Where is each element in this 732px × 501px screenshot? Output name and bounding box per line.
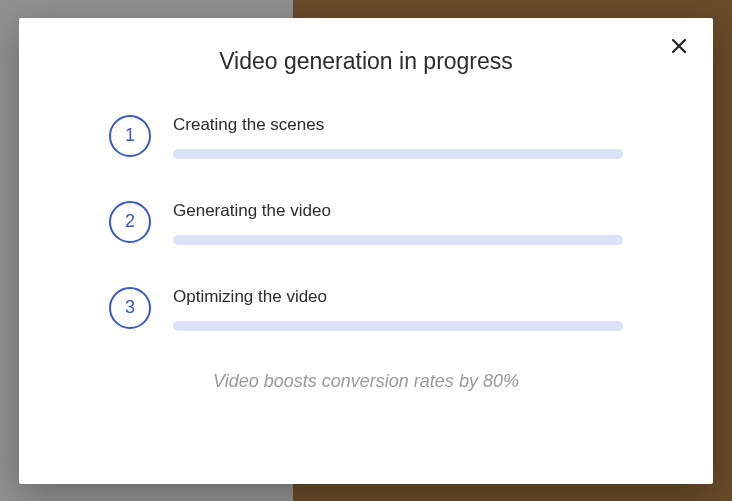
progress-bar — [173, 235, 623, 245]
footer-note: Video boosts conversion rates by 80% — [19, 371, 713, 392]
step-number-badge: 1 — [109, 115, 151, 157]
modal-title: Video generation in progress — [19, 18, 713, 75]
step-number-badge: 2 — [109, 201, 151, 243]
step-item: 3 Optimizing the video — [109, 285, 623, 331]
step-number-badge: 3 — [109, 287, 151, 329]
step-label: Optimizing the video — [173, 287, 623, 307]
progress-modal: Video generation in progress 1 Creating … — [19, 18, 713, 484]
step-label: Generating the video — [173, 201, 623, 221]
close-button[interactable] — [667, 36, 691, 60]
step-label: Creating the scenes — [173, 115, 623, 135]
progress-bar — [173, 149, 623, 159]
close-icon — [671, 38, 687, 58]
step-body: Creating the scenes — [173, 113, 623, 159]
step-body: Optimizing the video — [173, 285, 623, 331]
step-item: 1 Creating the scenes — [109, 113, 623, 159]
step-body: Generating the video — [173, 199, 623, 245]
step-item: 2 Generating the video — [109, 199, 623, 245]
progress-bar — [173, 321, 623, 331]
steps-list: 1 Creating the scenes 2 Generating the v… — [19, 113, 713, 331]
